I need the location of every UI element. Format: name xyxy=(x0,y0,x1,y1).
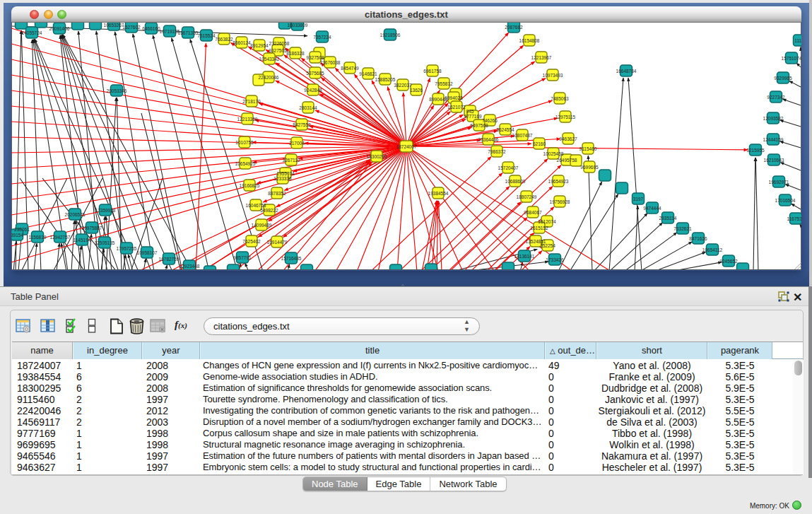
svg-text:6466160: 6466160 xyxy=(142,26,160,31)
svg-text:2087682: 2087682 xyxy=(505,25,523,30)
svg-text:12975115: 12975115 xyxy=(555,115,576,119)
svg-text:39154: 39154 xyxy=(11,233,23,238)
svg-text:15720407: 15720407 xyxy=(498,165,519,170)
svg-text:1233336: 1233336 xyxy=(273,176,292,181)
svg-text:9245652: 9245652 xyxy=(719,259,738,264)
svg-text:16671355: 16671355 xyxy=(178,30,199,35)
svg-text:12942757: 12942757 xyxy=(50,235,71,240)
svg-text:8427552: 8427552 xyxy=(293,122,311,127)
svg-text:26495758: 26495758 xyxy=(557,158,577,163)
svg-text:3267110: 3267110 xyxy=(283,158,300,163)
svg-text:23676038: 23676038 xyxy=(320,60,341,65)
svg-text:6961758: 6961758 xyxy=(423,69,442,74)
svg-text:2935114: 2935114 xyxy=(659,216,677,221)
svg-text:12505135: 12505135 xyxy=(95,240,115,245)
svg-text:19166825: 19166825 xyxy=(240,183,260,188)
svg-text:2803144: 2803144 xyxy=(299,105,317,110)
svg-text:7663822: 7663822 xyxy=(215,37,233,42)
svg-text:16648784: 16648784 xyxy=(616,69,637,74)
svg-text:9327508: 9327508 xyxy=(306,55,324,60)
svg-text:14136141: 14136141 xyxy=(514,254,535,259)
svg-text:252254: 252254 xyxy=(540,243,555,248)
svg-text:12213369: 12213369 xyxy=(237,117,258,122)
svg-text:1167533: 1167533 xyxy=(787,216,801,221)
svg-text:10688609: 10688609 xyxy=(505,179,526,184)
svg-text:9327505: 9327505 xyxy=(269,48,287,53)
svg-text:12444159: 12444159 xyxy=(763,137,784,142)
svg-text:8471626: 8471626 xyxy=(689,236,707,241)
svg-text:13626: 13626 xyxy=(410,88,423,93)
svg-text:20091406: 20091406 xyxy=(49,26,70,31)
svg-text:7357224: 7357224 xyxy=(313,35,331,40)
svg-text:19384554: 19384554 xyxy=(428,191,449,196)
svg-text:18300295: 18300295 xyxy=(367,154,387,159)
svg-text:9227342: 9227342 xyxy=(767,95,785,100)
svg-text:9777169: 9777169 xyxy=(464,114,482,119)
svg-text:16914479: 16914479 xyxy=(267,240,288,245)
svg-text:17016504: 17016504 xyxy=(775,198,796,203)
svg-text:20975887: 20975887 xyxy=(82,226,102,230)
svg-text:1156819: 1156819 xyxy=(29,235,47,240)
svg-text:18724007: 18724007 xyxy=(396,144,417,149)
svg-text:62160: 62160 xyxy=(533,141,546,146)
svg-text:19218506: 19218506 xyxy=(380,33,401,37)
svg-text:1955704: 1955704 xyxy=(276,171,295,176)
svg-text:7625402: 7625402 xyxy=(242,239,261,244)
svg-text:217004: 217004 xyxy=(289,141,305,146)
svg-text:235061: 235061 xyxy=(14,227,30,232)
svg-text:9474444: 9474444 xyxy=(643,206,661,211)
svg-text:16782759: 16782759 xyxy=(159,257,180,262)
svg-text:9463627: 9463627 xyxy=(559,136,577,141)
svg-text:8454749: 8454749 xyxy=(341,66,359,71)
svg-text:8878352: 8878352 xyxy=(268,191,286,196)
svg-text:20206576: 20206576 xyxy=(65,212,86,217)
svg-text:6497568: 6497568 xyxy=(470,123,488,128)
svg-text:12213967: 12213967 xyxy=(531,55,552,60)
svg-text:16046758: 16046758 xyxy=(246,203,266,208)
svg-text:945: 945 xyxy=(466,109,474,114)
svg-text:9699695: 9699695 xyxy=(580,165,599,170)
svg-text:16033809: 16033809 xyxy=(288,23,308,28)
svg-text:19692971: 19692971 xyxy=(769,180,789,185)
svg-text:10654112: 10654112 xyxy=(702,247,723,252)
svg-text:22420046: 22420046 xyxy=(259,75,279,80)
svg-text:7515524: 7515524 xyxy=(197,33,216,38)
svg-text:9146821: 9146821 xyxy=(359,71,377,76)
svg-text:16210643: 16210643 xyxy=(764,158,784,163)
svg-text:1145194: 1145194 xyxy=(73,238,91,243)
svg-text:14099489: 14099489 xyxy=(252,223,272,228)
svg-text:3624554: 3624554 xyxy=(496,127,514,132)
svg-text:3197: 3197 xyxy=(633,197,644,201)
svg-text:10543342: 10543342 xyxy=(259,57,280,62)
svg-text:1733426: 1733426 xyxy=(546,257,564,262)
svg-text:19654923: 19654923 xyxy=(548,179,569,184)
svg-text:3822037: 3822037 xyxy=(394,83,412,88)
svg-text:10958107: 10958107 xyxy=(137,250,158,255)
svg-text:9329965: 9329965 xyxy=(774,76,792,81)
svg-text:1615152: 1615152 xyxy=(530,226,548,230)
svg-text:10719155: 10719155 xyxy=(160,29,180,34)
svg-text:17359928: 17359928 xyxy=(95,208,116,213)
svg-text:5498222: 5498222 xyxy=(260,208,278,213)
svg-text:15885205: 15885205 xyxy=(375,77,396,82)
svg-text:18807249: 18807249 xyxy=(517,194,537,199)
svg-text:1117: 1117 xyxy=(794,38,801,43)
svg-text:9857791: 9857791 xyxy=(233,255,252,260)
svg-text:7986372: 7986372 xyxy=(488,149,506,154)
svg-text:5375685: 5375685 xyxy=(306,71,324,76)
svg-text:8186328: 8186328 xyxy=(286,51,305,56)
svg-text:8912954: 8912954 xyxy=(250,43,269,48)
svg-text:1527602: 1527602 xyxy=(122,25,141,30)
svg-text:6994028: 6994028 xyxy=(445,95,463,100)
svg-text:16154808: 16154808 xyxy=(519,38,540,43)
svg-text:3215955: 3215955 xyxy=(746,148,765,153)
svg-text:7632621: 7632621 xyxy=(673,226,692,231)
svg-text:1612074: 1612074 xyxy=(538,219,556,224)
svg-text:20053346: 20053346 xyxy=(107,88,127,93)
svg-text:2718170: 2718170 xyxy=(242,99,261,104)
svg-text:10654925: 10654925 xyxy=(235,161,256,166)
svg-text:1010755: 1010755 xyxy=(235,140,254,145)
svg-text:7955812: 7955812 xyxy=(435,81,453,86)
svg-text:19756928: 19756928 xyxy=(550,199,570,204)
svg-text:15751074: 15751074 xyxy=(782,56,801,61)
